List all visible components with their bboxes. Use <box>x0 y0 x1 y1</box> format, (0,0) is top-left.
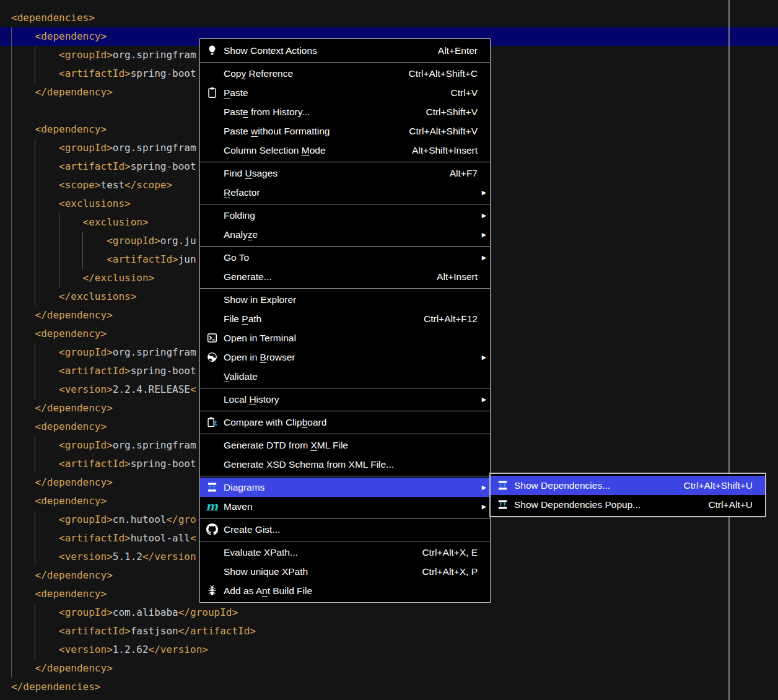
menu-item-open-in-terminal[interactable]: Open in Terminal <box>200 328 490 348</box>
menu-item-copy-reference[interactable]: Copy ReferenceCtrl+Alt+Shift+C <box>200 64 490 83</box>
menu-item-label: Local History <box>224 394 279 405</box>
menu-item-refactor[interactable]: Refactor▶ <box>200 183 490 202</box>
menu-item-add-as-ant-build-file[interactable]: Add as Ant Build File <box>200 581 490 600</box>
xml-text: org.ju <box>160 235 196 247</box>
diagrams-submenu: Show Dependencies...Ctrl+Alt+Shift+UShow… <box>489 473 766 517</box>
menu-separator <box>200 518 490 518</box>
menu-item-go-to[interactable]: Go To▶ <box>200 248 490 267</box>
xml-tag: <artifactId> <box>11 68 131 79</box>
menu-item-label: Open in Browser <box>224 352 295 363</box>
menu-item-label: Show unique XPath <box>224 566 308 577</box>
xml-tag: </gro <box>166 514 196 525</box>
menu-item-show-dependencies-popup[interactable]: Show Dependencies Popup...Ctrl+Alt+U <box>491 495 765 514</box>
menu-item-shortcut: Alt+F7 <box>435 168 478 179</box>
xml-tag: </groupId> <box>178 606 238 618</box>
menu-item-label: Validate <box>224 371 258 382</box>
menu-item-generate-xsd-schema-from-xml-file[interactable]: Generate XSD Schema from XML File... <box>200 455 490 474</box>
menu-item-show-unique-xpath[interactable]: Show unique XPathCtrl+Alt+X, P <box>200 562 490 581</box>
xml-tag: <dependency> <box>11 328 107 339</box>
xml-text: 2.2.4.RELEASE <box>113 383 190 395</box>
xml-text: jun <box>178 253 196 265</box>
menu-item-validate[interactable]: Validate <box>200 367 490 386</box>
xml-text: 5.1.2 <box>113 551 142 562</box>
menu-item-generate[interactable]: Generate...Alt+Insert <box>200 267 490 286</box>
xml-text: cn.hutool <box>113 514 167 525</box>
xml-text: com.alibaba <box>113 606 178 618</box>
xml-tag: </dependency> <box>11 569 113 581</box>
xml-text: org.springfram <box>113 346 196 358</box>
xml-tag: <version> <box>11 644 113 655</box>
menu-item-shortcut: Ctrl+Alt+F12 <box>409 313 478 325</box>
menu-item-file-path[interactable]: File PathCtrl+Alt+F12 <box>200 309 490 328</box>
code-line[interactable]: <version>1.2.62</version> <box>0 641 778 659</box>
submenu-arrow-icon: ▶ <box>479 212 486 219</box>
menu-item-create-gist[interactable]: Create Gist... <box>200 520 490 539</box>
menu-item-compare-with-clipboard[interactable]: Compare with Clipboard <box>200 413 490 432</box>
xml-tag: <artifactId> <box>11 625 131 637</box>
menu-item-label: Show Dependencies... <box>514 480 610 491</box>
menu-item-shortcut: Ctrl+Alt+Shift+U <box>668 480 753 491</box>
menu-item-label: Diagrams <box>224 482 264 493</box>
xml-tag: <scope> <box>11 179 101 191</box>
menu-item-folding[interactable]: Folding▶ <box>200 206 490 225</box>
menu-item-label: Refactor <box>224 187 260 198</box>
xml-tag: <artifactId> <box>11 532 131 544</box>
menu-item-show-context-actions[interactable]: Show Context ActionsAlt+Enter <box>200 41 490 60</box>
code-line[interactable]: <artifactId>fastjson</artifactId> <box>0 622 778 641</box>
xml-text: org.springfram <box>113 49 196 61</box>
xml-tag: <artifactId> <box>11 365 131 377</box>
xml-text: fastjson <box>131 625 178 637</box>
xml-tag: </version> <box>149 644 208 655</box>
menu-item-label: Paste <box>224 87 248 98</box>
menu-item-generate-dtd-from-xml-file[interactable]: Generate DTD from XML File <box>200 435 490 455</box>
xml-tag: </dependency> <box>11 86 113 98</box>
menu-item-shortcut: Alt+Enter <box>423 45 478 56</box>
xml-tag: </dependency> <box>11 476 113 488</box>
xml-tag: </dependency> <box>11 309 113 321</box>
code-line[interactable]: <dependencies> <box>0 9 778 27</box>
menu-item-find-usages[interactable]: Find UsagesAlt+F7 <box>200 164 490 183</box>
diagram-icon <box>496 499 509 511</box>
menu-item-paste-without-formatting[interactable]: Paste without FormattingCtrl+Alt+Shift+V <box>200 121 490 141</box>
menu-item-label: Evaluate XPath... <box>224 547 298 558</box>
menu-separator <box>200 288 490 289</box>
blank-icon <box>205 209 219 222</box>
blank-icon <box>205 294 219 306</box>
menu-item-evaluate-xpath[interactable]: Evaluate XPath...Ctrl+Alt+X, E <box>200 543 490 562</box>
xml-tag: </exclusion> <box>11 272 154 284</box>
menu-separator <box>200 541 490 541</box>
xml-tag: <groupId> <box>11 142 113 154</box>
menu-separator <box>200 246 490 247</box>
xml-tag: <version> <box>11 551 113 562</box>
xml-text: org.springfram <box>113 439 196 451</box>
menu-item-column-selection-mode[interactable]: Column Selection ModeAlt+Shift+Insert <box>200 141 490 160</box>
globe-icon <box>205 351 219 364</box>
menu-item-diagrams[interactable]: Diagrams▶ <box>200 478 490 497</box>
clipboard-paste-icon <box>205 87 219 99</box>
xml-text: hutool-all <box>131 532 190 544</box>
menu-item-show-dependencies[interactable]: Show Dependencies...Ctrl+Alt+Shift+U <box>491 476 765 495</box>
submenu-arrow-icon: ▶ <box>479 396 486 403</box>
xml-text: spring-boot <box>131 458 196 470</box>
menu-item-show-in-explorer[interactable]: Show in Explorer <box>200 290 490 309</box>
menu-item-maven[interactable]: mMaven▶ <box>200 497 490 516</box>
xml-tag: <groupId> <box>11 606 113 618</box>
menu-item-analyze[interactable]: Analyze▶ <box>200 225 490 244</box>
menu-item-label: Open in Terminal <box>224 333 296 344</box>
menu-item-paste-from-history[interactable]: Paste from History...Ctrl+Shift+V <box>200 102 490 121</box>
xml-tag: <groupId> <box>11 514 113 525</box>
code-line[interactable]: </dependency> <box>0 659 778 678</box>
xml-tag: <dependency> <box>11 30 107 42</box>
menu-item-open-in-browser[interactable]: Open in Browser▶ <box>200 348 490 367</box>
menu-item-paste[interactable]: PasteCtrl+V <box>200 83 490 102</box>
menu-item-label: Copy Reference <box>224 68 293 79</box>
xml-tag: <groupId> <box>11 346 113 358</box>
xml-tag: <version> <box>11 383 113 395</box>
menu-item-local-history[interactable]: Local History▶ <box>200 390 490 409</box>
code-line[interactable]: </dependencies> <box>0 678 778 696</box>
code-line[interactable]: <groupId>com.alibaba</groupId> <box>0 603 778 622</box>
blank-icon <box>205 229 219 241</box>
menu-item-shortcut: Alt+Shift+Insert <box>397 145 478 156</box>
menu-item-label: Generate XSD Schema from XML File... <box>224 459 394 470</box>
xml-tag: <groupId> <box>11 235 160 247</box>
